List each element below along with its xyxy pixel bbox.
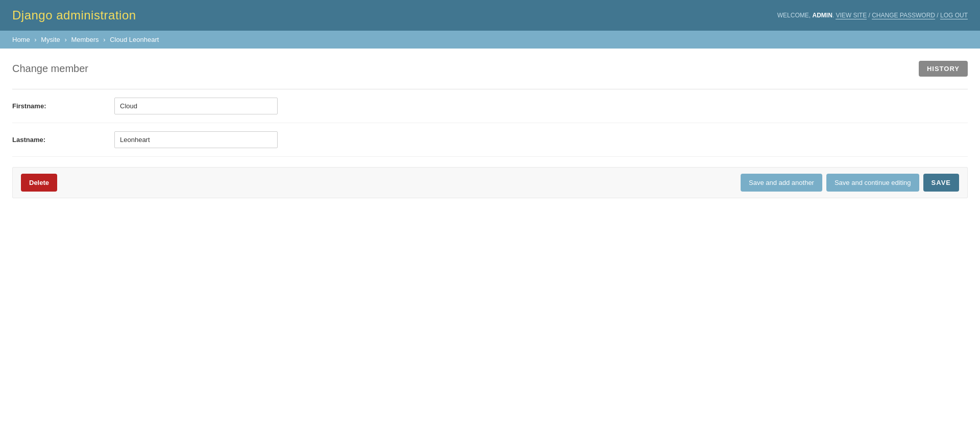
page-title: Change member: [12, 63, 88, 75]
breadcrumbs: Home › Mysite › Members › Cloud Leonhear…: [0, 31, 980, 49]
change-password-link[interactable]: CHANGE PASSWORD: [872, 12, 935, 19]
breadcrumb-mysite[interactable]: Mysite: [41, 36, 60, 43]
site-header: Django administration WELCOME, ADMIN. VI…: [0, 0, 980, 31]
site-brand: Django administration: [12, 8, 136, 22]
firstname-row: Firstname:: [12, 89, 968, 123]
breadcrumb-separator-1: ›: [34, 36, 36, 43]
username: ADMIN: [812, 12, 832, 19]
breadcrumb-home[interactable]: Home: [12, 36, 30, 43]
delete-button[interactable]: Delete: [21, 174, 57, 192]
firstname-input[interactable]: [114, 98, 278, 114]
save-add-button[interactable]: Save and add another: [741, 174, 822, 192]
view-site-link[interactable]: VIEW SITE: [836, 12, 867, 19]
lastname-row: Lastname:: [12, 123, 968, 157]
content-title-row: Change member HISTORY: [12, 61, 968, 77]
breadcrumb-current: Cloud Leonheart: [110, 36, 159, 43]
change-member-form: Firstname: Lastname: Delete Save and add…: [12, 89, 968, 198]
save-button[interactable]: SAVE: [923, 174, 959, 192]
save-continue-button[interactable]: Save and continue editing: [826, 174, 919, 192]
submit-row: Delete Save and add another Save and con…: [12, 167, 968, 198]
lastname-input[interactable]: [114, 131, 278, 148]
firstname-label: Firstname:: [12, 102, 114, 110]
log-out-link[interactable]: LOG OUT: [940, 12, 968, 19]
breadcrumb-members[interactable]: Members: [71, 36, 99, 43]
breadcrumb-separator-2: ›: [64, 36, 66, 43]
user-tools: WELCOME, ADMIN. VIEW SITE / CHANGE PASSW…: [777, 12, 968, 19]
history-button[interactable]: HISTORY: [919, 61, 968, 77]
welcome-label: WELCOME,: [777, 12, 811, 19]
right-buttons: Save and add another Save and continue e…: [741, 174, 959, 192]
lastname-label: Lastname:: [12, 136, 114, 144]
breadcrumb-separator-3: ›: [103, 36, 105, 43]
content-main: Change member HISTORY Firstname: Lastnam…: [0, 49, 980, 210]
